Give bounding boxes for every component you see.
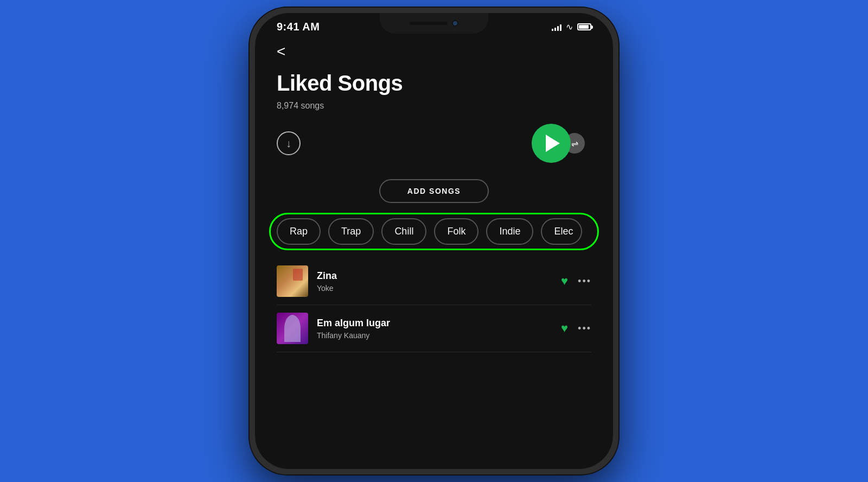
song-info-em: Em algum lugar Thifany Kauany: [317, 318, 552, 340]
phone-wrapper: 9:41 AM ∿: [250, 8, 618, 474]
signal-bar-1: [552, 29, 553, 31]
shuffle-icon: ⇌: [571, 138, 578, 149]
song-list: Zina Yoke ♥ •••: [277, 258, 591, 352]
more-button-em[interactable]: •••: [578, 323, 591, 334]
song-info-zina: Zina Yoke: [317, 270, 552, 293]
song-thumbnail-em: [277, 313, 308, 344]
genre-chip-rap[interactable]: Rap: [277, 218, 321, 245]
app-content: < Liked Songs 8,974 songs ↓ ⇌: [255, 37, 613, 352]
song-item-zina[interactable]: Zina Yoke ♥ •••: [277, 258, 591, 305]
like-button-em[interactable]: ♥: [561, 321, 568, 335]
back-button[interactable]: <: [277, 43, 591, 60]
battery-body: [577, 23, 591, 30]
play-shuffle-group: ⇌: [532, 124, 591, 163]
genre-chip-indie[interactable]: Indie: [486, 218, 533, 245]
play-triangle-icon: [546, 135, 560, 152]
status-icons: ∿: [552, 22, 591, 32]
song-thumbnail-zina: [277, 265, 308, 297]
genre-chip-folk[interactable]: Folk: [434, 218, 478, 245]
status-time: 9:41 AM: [277, 21, 320, 33]
zina-artwork: [277, 265, 308, 297]
genre-chip-trap[interactable]: Trap: [328, 218, 374, 245]
notch-camera: [452, 20, 458, 27]
signal-bar-3: [557, 26, 559, 31]
phone-screen: 9:41 AM ∿: [255, 13, 613, 469]
genre-chip-chill[interactable]: Chill: [381, 218, 426, 245]
phone-frame: 9:41 AM ∿: [250, 8, 618, 474]
song-title-em: Em algum lugar: [317, 318, 552, 329]
battery-fill: [579, 25, 589, 29]
controls-row: ↓ ⇌: [277, 124, 591, 163]
em-artwork: [277, 313, 308, 344]
like-button-zina[interactable]: ♥: [561, 274, 568, 288]
genre-filter-row: Rap Trap Chill Folk Indie Elec: [277, 218, 591, 245]
wifi-icon: ∿: [566, 22, 573, 32]
song-actions-zina: ♥ •••: [561, 274, 591, 288]
add-songs-button[interactable]: ADD SONGS: [379, 179, 489, 203]
song-title-zina: Zina: [317, 270, 552, 282]
download-icon: ↓: [286, 137, 291, 150]
song-actions-em: ♥ •••: [561, 321, 591, 335]
song-artist-em: Thifany Kauany: [317, 331, 552, 340]
battery-icon: [577, 23, 591, 30]
signal-bar-2: [554, 28, 556, 31]
play-button[interactable]: [532, 124, 571, 163]
song-item-em[interactable]: Em algum lugar Thifany Kauany ♥ •••: [277, 305, 591, 352]
playlist-title: Liked Songs: [277, 71, 591, 96]
song-count: 8,974 songs: [277, 101, 591, 111]
em-figure: [284, 315, 301, 342]
signal-bar-4: [560, 24, 561, 31]
more-button-zina[interactable]: •••: [578, 276, 591, 287]
genre-filter-wrapper: Rap Trap Chill Folk Indie Elec: [277, 218, 591, 245]
signal-bars-icon: [552, 23, 561, 31]
notch: [380, 13, 488, 34]
notch-speaker: [410, 22, 448, 25]
genre-chip-elec[interactable]: Elec: [541, 218, 582, 245]
download-button[interactable]: ↓: [277, 131, 301, 155]
song-artist-zina: Yoke: [317, 284, 552, 293]
